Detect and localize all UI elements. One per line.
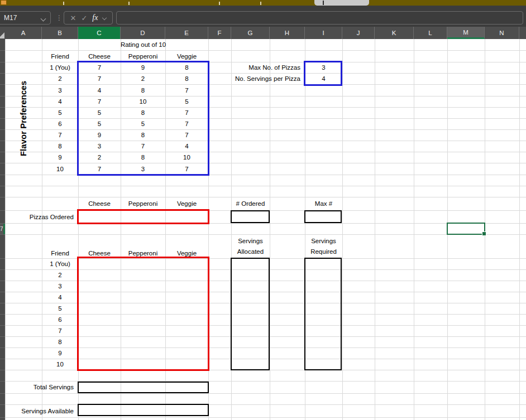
ratings-selection-border — [77, 61, 209, 176]
col-header-a[interactable]: A — [5, 27, 42, 39]
fill-handle[interactable] — [482, 231, 486, 236]
active-cell-m17[interactable] — [447, 223, 485, 235]
friend-label[interactable]: 1 (You) — [42, 62, 78, 73]
ordered-total-box[interactable] — [231, 210, 270, 223]
name-box[interactable]: M17 — [0, 11, 51, 25]
order-header-pepperoni: Pepperoni — [121, 197, 165, 210]
formula-input[interactable] — [116, 11, 523, 25]
t2-header-pepperoni: Pepperoni — [121, 234, 165, 258]
t1-header-pepperoni: Pepperoni — [121, 50, 165, 62]
friend-label[interactable]: 10 — [42, 163, 78, 175]
formula-bar: M17 ⋮ ✕ ✓ fx — [0, 6, 526, 27]
friend-label[interactable]: 5 — [42, 107, 78, 118]
servings-available-box[interactable] — [78, 404, 209, 416]
chevron-down-icon[interactable] — [41, 16, 46, 22]
col-header-m[interactable]: M — [447, 27, 485, 39]
params-selection-border — [304, 61, 342, 86]
col-header-k[interactable]: K — [375, 27, 414, 39]
friend-label[interactable]: 5 — [42, 303, 78, 314]
text-cursor — [323, 1, 324, 5]
col-header-b[interactable]: B — [42, 27, 78, 39]
ratings-title: Rating out of 10 — [78, 39, 208, 50]
row-header-17[interactable]: 7 — [0, 223, 5, 234]
titlebar-text-fragment — [128, 2, 130, 5]
select-all-triangle-icon — [0, 32, 4, 38]
total-servings-box[interactable] — [78, 382, 209, 393]
col-header-e[interactable]: E — [165, 27, 208, 39]
friend-label[interactable]: 4 — [42, 292, 78, 303]
friend-label[interactable]: 3 — [42, 281, 78, 292]
order-header-veggie: Veggie — [165, 197, 208, 210]
servings-required-header: Servings Required — [305, 234, 342, 258]
servings-allocated-box[interactable] — [231, 258, 270, 370]
search-box[interactable] — [314, 0, 369, 6]
t2-header-veggie: Veggie — [165, 234, 208, 258]
t1-header-cheese: Cheese — [78, 50, 121, 62]
friend-label[interactable]: 6 — [42, 118, 78, 129]
titlebar — [0, 0, 526, 6]
titlebar-text-fragment — [63, 2, 64, 5]
chevron-down-icon[interactable] — [102, 16, 107, 20]
col-header-c[interactable]: C — [78, 27, 121, 39]
friend-label[interactable]: 7 — [42, 129, 78, 141]
friend-label[interactable]: 7 — [42, 325, 78, 336]
max-pizzas-label: Max No. of Pizzas — [208, 62, 303, 73]
col-header-g[interactable]: G — [231, 27, 270, 39]
col-header-i[interactable]: I — [305, 27, 342, 39]
t2-header-cheese: Cheese — [78, 234, 121, 258]
excel-app-icon — [1, 0, 7, 5]
select-all-button[interactable] — [0, 27, 5, 39]
friend-label[interactable]: 2 — [42, 269, 78, 281]
total-servings-label: Total Servings — [5, 381, 76, 393]
name-box-value: M17 — [4, 14, 17, 22]
excel-window: M17 ⋮ ✕ ✓ fx A B C D E F G H I J K L M N… — [0, 0, 526, 420]
column-headers: A B C D E F G H I J K L M N — [0, 27, 526, 39]
friend-label[interactable]: 3 — [42, 84, 78, 96]
friend-label[interactable]: 1 (You) — [42, 258, 78, 269]
order-header-cheese: Cheese — [78, 197, 121, 210]
insert-function-icon[interactable]: fx — [92, 13, 98, 22]
servings-available-label: Servings Available — [5, 404, 76, 417]
servings-allocated-header: Servings Allocated — [231, 234, 270, 258]
friend-label[interactable]: 9 — [42, 347, 78, 359]
allocation-input[interactable] — [77, 257, 209, 371]
max-header: Max # — [305, 197, 342, 210]
col-header-d[interactable]: D — [121, 27, 165, 39]
t2-header-friend: Friend — [42, 234, 78, 258]
pizzas-ordered-label: Pizzas Ordered — [5, 210, 76, 223]
enter-icon[interactable]: ✓ — [81, 14, 87, 22]
friend-label[interactable]: 8 — [42, 141, 78, 152]
t1-header-veggie: Veggie — [165, 50, 208, 62]
friend-label[interactable]: 10 — [42, 359, 78, 370]
friend-label[interactable]: 4 — [42, 96, 78, 107]
pizzas-ordered-input[interactable] — [77, 209, 209, 224]
friend-label[interactable]: 8 — [42, 336, 78, 347]
servings-per-pizza-label: No. Servings per Pizza — [208, 73, 303, 84]
friend-label[interactable]: 9 — [42, 152, 78, 163]
col-header-l[interactable]: L — [414, 27, 447, 39]
titlebar-text-fragment — [260, 2, 261, 5]
friend-label[interactable]: 2 — [42, 73, 78, 84]
flavor-preferences-label: Flavor Preferences — [5, 62, 42, 175]
formula-buttons: ✕ ✓ fx — [64, 11, 113, 25]
formula-bar-divider: ⋮ — [56, 11, 63, 25]
col-header-f[interactable]: F — [208, 27, 231, 39]
friend-label[interactable]: 6 — [42, 314, 78, 325]
col-header-j[interactable]: J — [342, 27, 375, 39]
max-number-box[interactable] — [304, 210, 342, 223]
t1-header-friend: Friend — [42, 50, 78, 62]
col-header-h[interactable]: H — [270, 27, 305, 39]
titlebar-text-fragment — [219, 2, 220, 5]
cancel-icon[interactable]: ✕ — [70, 14, 76, 22]
servings-required-box[interactable] — [304, 258, 342, 370]
col-header-n[interactable]: N — [485, 27, 519, 39]
ordered-header: # Ordered — [231, 197, 270, 210]
